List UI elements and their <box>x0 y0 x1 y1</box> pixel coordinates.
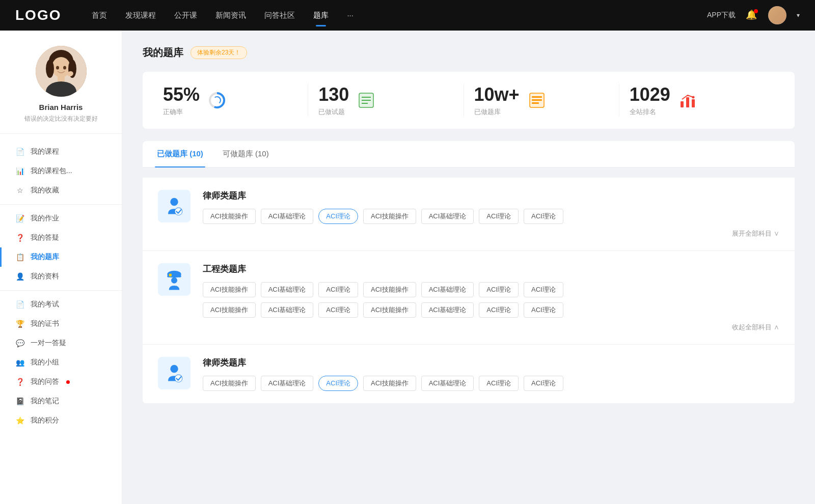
tag-2-2-1[interactable]: ACI技能操作 <box>203 302 256 318</box>
sidebar-item-profile[interactable]: 👤 我的资料 <box>0 267 122 286</box>
tag-2-1-1[interactable]: ACI技能操作 <box>203 282 256 297</box>
profile-icon: 👤 <box>15 272 24 281</box>
stat-done-banks-icon <box>528 91 546 109</box>
my-course-icon: 📄 <box>15 147 24 156</box>
qbank-tags-2-row2: ACI技能操作 ACI基础理论 ACI理论 ACI技能操作 ACI基础理论 AC… <box>203 302 779 318</box>
expand-btn-2[interactable]: 收起全部科目 ∧ <box>203 323 779 332</box>
sidebar-item-points[interactable]: ⭐ 我的积分 <box>0 411 122 430</box>
points-icon: ⭐ <box>15 416 24 425</box>
tag-2-1-7[interactable]: ACI理论 <box>524 282 563 297</box>
tag-3-4[interactable]: ACI技能操作 <box>363 376 416 391</box>
svg-rect-20 <box>532 96 542 98</box>
tag-1-2[interactable]: ACI基础理论 <box>261 209 314 224</box>
svg-rect-23 <box>681 101 684 107</box>
user-avatar[interactable] <box>768 6 786 24</box>
tag-2-1-6[interactable]: ACI理论 <box>479 282 519 297</box>
tag-1-7[interactable]: ACI理论 <box>524 209 563 224</box>
sidebar-item-notes[interactable]: 📓 我的笔记 <box>0 391 122 411</box>
sidebar-item-my-course[interactable]: 📄 我的课程 <box>0 142 122 161</box>
nav-qa[interactable]: 问答社区 <box>264 9 295 22</box>
qa-icon: ❓ <box>15 233 24 242</box>
qbank-info-3: 律师类题库 ACI技能操作 ACI基础理论 ACI理论 ACI技能操作 ACI基… <box>203 357 779 391</box>
tag-3-2[interactable]: ACI基础理论 <box>261 376 314 391</box>
qbank-icon: 📋 <box>15 253 24 262</box>
notification-bell[interactable] <box>746 9 758 21</box>
nav-home[interactable]: 首页 <box>92 9 107 22</box>
group-icon: 👥 <box>15 358 24 367</box>
tag-3-5[interactable]: ACI基础理论 <box>421 376 474 391</box>
tag-1-6[interactable]: ACI理论 <box>479 209 519 224</box>
page-wrapper: Brian Harris 错误的决定比没有决定要好 📄 我的课程 📊 我的课程包… <box>0 31 815 504</box>
expand-btn-1[interactable]: 展开全部科目 ∨ <box>203 229 779 238</box>
tag-2-2-6[interactable]: ACI理论 <box>479 302 519 318</box>
sidebar-motto: 错误的决定比没有决定要好 <box>24 115 98 123</box>
header-right: APP下载 ▾ <box>707 6 800 24</box>
course-package-icon: 📊 <box>15 166 24 176</box>
nav-qbank[interactable]: 题库 <box>313 9 329 22</box>
stat-done-questions-icon <box>357 91 375 109</box>
sidebar-item-qa[interactable]: ❓ 我的答疑 <box>0 228 122 247</box>
tag-2-1-2[interactable]: ACI基础理论 <box>261 282 314 297</box>
svg-rect-21 <box>532 99 542 101</box>
tag-2-2-7[interactable]: ACI理论 <box>524 302 563 318</box>
tag-3-6[interactable]: ACI理论 <box>479 376 519 391</box>
tag-3-1[interactable]: ACI技能操作 <box>203 376 256 391</box>
avatar-image <box>768 6 786 24</box>
sidebar-item-my-qa[interactable]: ❓ 我的问答 <box>0 372 122 391</box>
sidebar-item-homework[interactable]: 📝 我的作业 <box>0 209 122 228</box>
notes-icon: 📓 <box>15 397 24 406</box>
tabs-row: 已做题库 (10) 可做题库 (10) <box>143 141 795 167</box>
tag-3-7[interactable]: ACI理论 <box>524 376 563 391</box>
tab-done-banks[interactable]: 已做题库 (10) <box>155 141 205 167</box>
sidebar-item-group[interactable]: 👥 我的小组 <box>0 353 122 372</box>
favorites-icon: ☆ <box>15 186 24 195</box>
tag-2-1-3[interactable]: ACI理论 <box>318 282 358 297</box>
tab-available-banks[interactable]: 可做题库 (10) <box>221 141 271 167</box>
stat-accuracy: 55% 正确率 <box>163 84 308 117</box>
nav-open-course[interactable]: 公开课 <box>174 9 197 22</box>
user-menu-chevron[interactable]: ▾ <box>797 12 800 19</box>
tag-2-2-4[interactable]: ACI技能操作 <box>363 302 416 318</box>
exam-icon: 📄 <box>15 300 24 309</box>
tag-2-2-2[interactable]: ACI基础理论 <box>261 302 314 318</box>
sidebar-item-certificate[interactable]: 🏆 我的证书 <box>0 314 122 333</box>
tag-1-1[interactable]: ACI技能操作 <box>203 209 256 224</box>
sidebar-item-1on1-qa[interactable]: 💬 一对一答疑 <box>0 333 122 353</box>
app-download-btn[interactable]: APP下载 <box>707 11 736 20</box>
qbank-tags-1: ACI技能操作 ACI基础理论 ACI理论 ACI技能操作 ACI基础理论 AC… <box>203 209 779 224</box>
svg-rect-34 <box>169 274 172 276</box>
tag-2-2-3[interactable]: ACI理论 <box>318 302 358 318</box>
1on1-icon: 💬 <box>15 339 24 348</box>
sidebar-item-course-package[interactable]: 📊 我的课程包... <box>0 161 122 181</box>
tag-1-5[interactable]: ACI基础理论 <box>421 209 474 224</box>
tag-2-1-5[interactable]: ACI基础理论 <box>421 282 474 297</box>
nav-more[interactable]: ··· <box>347 9 354 22</box>
qbank-info-1: 律师类题库 ACI技能操作 ACI基础理论 ACI理论 ACI技能操作 ACI基… <box>203 190 779 238</box>
qbank-name-1: 律师类题库 <box>203 190 779 202</box>
sidebar-item-favorites[interactable]: ☆ 我的收藏 <box>0 181 122 200</box>
sidebar-divider-1 <box>0 204 122 205</box>
sidebar-user-name: Brian Harris <box>39 103 83 111</box>
tag-2-1-4[interactable]: ACI技能操作 <box>363 282 416 297</box>
stat-done-banks-number: 10w+ <box>474 84 520 105</box>
tag-3-3[interactable]: ACI理论 <box>318 376 358 391</box>
nav-news[interactable]: 新闻资讯 <box>215 9 246 22</box>
stat-ranking-number: 1029 <box>630 84 670 105</box>
qbank-section: 已做题库 (10) 可做题库 (10) <box>143 141 795 404</box>
tag-1-3[interactable]: ACI理论 <box>318 209 358 224</box>
homework-icon: 📝 <box>15 214 24 223</box>
svg-point-35 <box>171 277 177 284</box>
sidebar-item-exam[interactable]: 📄 我的考试 <box>0 295 122 314</box>
nav-discover[interactable]: 发现课程 <box>125 9 156 22</box>
main-header: LOGO 首页 发现课程 公开课 新闻资讯 问答社区 题库 ··· APP下载 … <box>0 0 815 31</box>
page-title: 我的题库 <box>143 46 183 60</box>
stat-ranking-icon <box>678 91 697 109</box>
svg-rect-27 <box>162 194 186 218</box>
tag-2-2-5[interactable]: ACI基础理论 <box>421 302 474 318</box>
tag-1-4[interactable]: ACI技能操作 <box>363 209 416 224</box>
qbank-name-2: 工程类题库 <box>203 263 779 275</box>
stat-ranking: 1029 全站排名 <box>619 84 774 117</box>
my-qa-dot <box>66 380 70 384</box>
qbank-item-3: 律师类题库 ACI技能操作 ACI基础理论 ACI理论 ACI技能操作 ACI基… <box>143 345 795 404</box>
sidebar-item-qbank[interactable]: 📋 我的题库 <box>0 247 122 267</box>
